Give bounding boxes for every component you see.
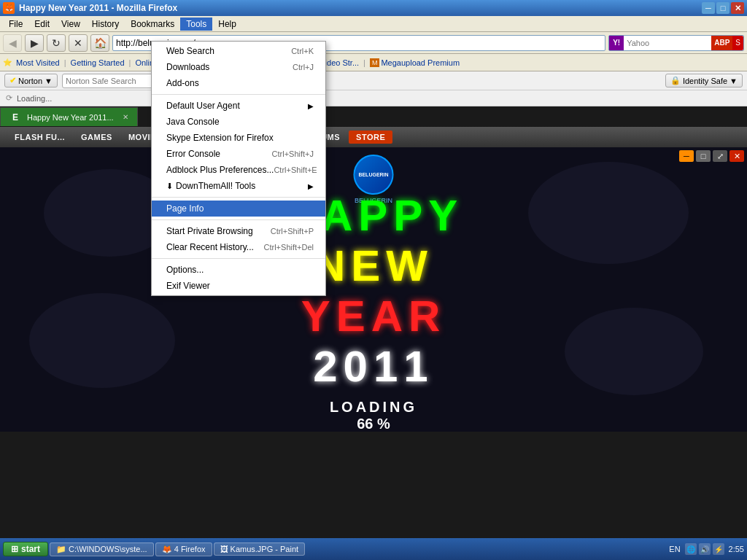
close-button[interactable]: ✕ <box>731 2 744 14</box>
site-nav: FLASH FU... GAMES MOVIES COLLECTIONS SER… <box>0 127 747 147</box>
stop-button[interactable]: ✕ <box>69 34 88 52</box>
wc-close[interactable]: ✕ <box>729 150 744 162</box>
bm-megaupload[interactable]: M Megaupload Premium <box>370 58 460 67</box>
separator-2 <box>152 197 325 198</box>
minimize-button[interactable]: ─ <box>702 2 715 14</box>
loading-pct: 66 % <box>357 416 390 432</box>
taskbar-paint-label: Kamus.JPG - Paint <box>231 545 299 553</box>
menu-tools[interactable]: Tools <box>180 18 212 31</box>
norton-logo: ✔ <box>9 76 16 85</box>
window-controls: ─ □ ⤢ ✕ <box>679 150 744 162</box>
bubble-4 <box>565 308 703 395</box>
nav-bar: ◀ ▶ ↻ ✕ 🏠 Y! ABP S <box>0 32 747 54</box>
menu-clear-history[interactable]: Clear Recent History... Ctrl+Shift+Del <box>152 239 325 255</box>
norton-button[interactable]: ✔ Norton ▼ <box>4 74 58 88</box>
active-tab[interactable]: E Happy New Year 2011... ✕ <box>0 107 138 126</box>
menu-default-user-agent[interactable]: Default User Agent ▶ <box>152 98 325 114</box>
menu-help[interactable]: Help <box>212 18 242 31</box>
yahoo-icon: Y! <box>609 36 624 50</box>
menu-error-console[interactable]: Error Console Ctrl+Shift+J <box>152 146 325 162</box>
menu-view[interactable]: View <box>55 18 86 31</box>
forward-button[interactable]: ▶ <box>25 34 44 52</box>
bubble-3 <box>29 293 175 388</box>
taskbar-cmd[interactable]: 📁 C:\WINDOWS\syste... <box>50 542 154 556</box>
loading-indicator-bar: ⟳ Loading... <box>0 90 747 106</box>
menu-bookmarks[interactable]: Bookmarks <box>125 18 180 31</box>
tray-icon-1: 🌐 <box>685 543 697 555</box>
menu-edit[interactable]: Edit <box>28 18 55 31</box>
menu-adblock-prefs[interactable]: Adblock Plus Preferences... Ctrl+Shift+E <box>152 162 325 178</box>
menu-history[interactable]: History <box>86 18 125 31</box>
menu-section-3: Page Info <box>152 199 325 218</box>
taskbar-cmd-label: C:\WINDOWS\syste... <box>69 545 147 553</box>
tray-icon-2: 🔊 <box>699 543 711 555</box>
bubble-2 <box>528 162 689 264</box>
menu-bar: File Edit View History Bookmarks Tools H… <box>0 16 747 32</box>
home-button[interactable]: 🏠 <box>90 34 109 52</box>
menu-file[interactable]: File <box>3 18 28 31</box>
wc-minimize[interactable]: ─ <box>679 150 694 162</box>
belugerin-logo: BELUGERIN <box>354 155 394 195</box>
menu-skype-extension[interactable]: Skype Extension for Firefox <box>152 130 325 146</box>
downthemall-icon: ⬇ <box>166 182 173 191</box>
tab-close-button[interactable]: ✕ <box>123 113 128 121</box>
menu-java-console[interactable]: Java Console <box>152 114 325 130</box>
search-input[interactable] <box>624 39 711 47</box>
menu-page-info[interactable]: Page Info <box>152 201 325 217</box>
loading-label: LOADING <box>330 399 417 416</box>
nav-flash[interactable]: FLASH FU... <box>7 131 72 144</box>
start-label: start <box>21 544 40 554</box>
reload-button[interactable]: ↻ <box>47 34 66 52</box>
lang-indicator: EN <box>669 545 680 553</box>
menu-options[interactable]: Options... <box>152 262 325 278</box>
mu-icon: M <box>370 58 380 67</box>
separator-4 <box>152 258 325 259</box>
taskbar-firefox[interactable]: 🦊 4 Firefox <box>155 542 212 556</box>
taskbar-paint[interactable]: 🖼 Kamus.JPG - Paint <box>214 542 306 556</box>
new-text: NEW <box>314 241 433 291</box>
window-title: Happy New Year 2011 - Mozilla Firefox <box>19 3 177 13</box>
tab-bar: E Happy New Year 2011... ✕ <box>0 106 747 127</box>
bookmarks-label: ⭐ <box>3 58 12 66</box>
identity-safe-button[interactable]: 🔒 Identity Safe ▼ <box>665 74 743 88</box>
menu-downloads[interactable]: Downloads Ctrl+J <box>152 59 325 75</box>
clock: 2:55 <box>729 545 744 553</box>
tray-icon-3: ⚡ <box>713 543 724 555</box>
taskbar-right: EN 🌐 🔊 ⚡ 2:55 <box>669 543 744 555</box>
menu-section-5: Options... Exif Viewer <box>152 260 325 295</box>
back-button[interactable]: ◀ <box>3 34 22 52</box>
tab-label: Happy New Year 2011... <box>27 113 114 122</box>
bm-most-visited[interactable]: Most Visited <box>16 58 60 67</box>
bookmarks-bar: ⭐ Most Visited | Getting Started | Onlin… <box>0 54 747 71</box>
menu-section-2: Default User Agent ▶ Java Console Skype … <box>152 96 325 195</box>
loading-text: Loading... <box>17 94 52 103</box>
taskbar-firefox-label: 4 Firefox <box>174 545 206 553</box>
title-bar-left: 🦊 Happy New Year 2011 - Mozilla Firefox <box>3 2 177 14</box>
separator-3 <box>152 219 325 220</box>
nav-games[interactable]: GAMES <box>74 131 120 144</box>
adblock-icon[interactable]: ABP <box>711 36 732 50</box>
firefox-icon: 🦊 <box>3 2 15 14</box>
tools-dropdown-menu: Web Search Ctrl+K Downloads Ctrl+J Add-o… <box>151 41 326 296</box>
wc-restore[interactable]: □ <box>696 150 711 162</box>
menu-addons[interactable]: Add-ons <box>152 75 325 91</box>
bm-getting-started[interactable]: Getting Started <box>71 58 125 67</box>
menu-section-1: Web Search Ctrl+K Downloads Ctrl+J Add-o… <box>152 42 325 93</box>
windows-logo: ⊞ <box>11 544 18 554</box>
norton-bar: ✔ Norton ▼ 🔒 Identity Safe ▼ <box>0 71 747 90</box>
menu-web-search[interactable]: Web Search Ctrl+K <box>152 43 325 59</box>
wc-expand[interactable]: ⤢ <box>713 150 727 162</box>
menu-downthemall[interactable]: ⬇ DownThemAll! Tools ▶ <box>152 178 325 194</box>
menu-section-4: Start Private Browsing Ctrl+Shift+P Clea… <box>152 222 325 257</box>
tray-icons: 🌐 🔊 ⚡ <box>685 543 724 555</box>
menu-exif-viewer[interactable]: Exif Viewer <box>152 278 325 294</box>
title-bar-buttons[interactable]: ─ □ ✕ <box>702 2 744 14</box>
year-text: YEAR <box>301 291 446 341</box>
taskbar: ⊞ start 📁 C:\WINDOWS\syste... 🦊 4 Firefo… <box>0 538 747 560</box>
nav-store[interactable]: STORE <box>349 131 392 144</box>
separator-1 <box>152 94 325 95</box>
year-num: 2011 <box>313 341 433 392</box>
start-button[interactable]: ⊞ start <box>3 542 48 556</box>
maximize-button[interactable]: □ <box>716 2 729 14</box>
menu-private-browsing[interactable]: Start Private Browsing Ctrl+Shift+P <box>152 223 325 239</box>
